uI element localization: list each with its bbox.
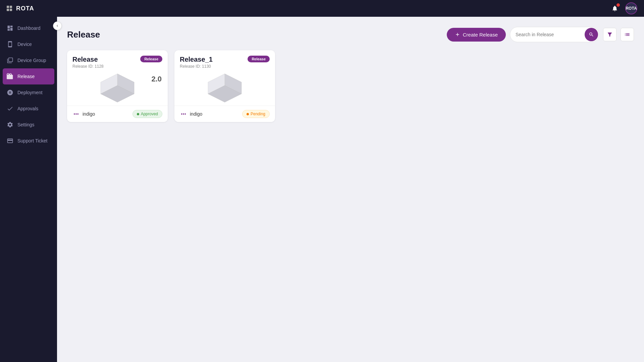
status-text-2: Pending bbox=[251, 112, 265, 116]
status-badge-2: Pending bbox=[242, 110, 270, 118]
dots-icon-2 bbox=[180, 111, 186, 117]
plus-icon bbox=[455, 32, 460, 37]
status-dot-1 bbox=[137, 113, 139, 115]
card-user-name-1: indigo bbox=[83, 111, 95, 117]
content-area: Release Create Release bbox=[57, 17, 644, 362]
sidebar-label-settings: Settings bbox=[17, 122, 35, 127]
sidebar-label-dashboard: Dashboard bbox=[17, 25, 41, 31]
device-group-icon bbox=[7, 57, 13, 64]
app-logo: ROTA bbox=[16, 5, 34, 12]
release-card-1[interactable]: Release Release ID: 1128 Release bbox=[67, 50, 168, 122]
dashboard-icon bbox=[7, 25, 13, 32]
sidebar-item-support-ticket[interactable]: Support Ticket bbox=[0, 133, 57, 149]
sidebar-item-dashboard[interactable]: Dashboard bbox=[0, 20, 57, 36]
search-bar bbox=[510, 27, 599, 42]
topbar-right: ROTA bbox=[609, 2, 637, 14]
sidebar-item-settings[interactable]: Settings bbox=[0, 117, 57, 133]
card-bottom-2: indigo Pending bbox=[174, 106, 275, 122]
support-icon bbox=[7, 137, 13, 144]
settings-icon bbox=[7, 121, 13, 128]
sidebar-label-device-group: Device Group bbox=[17, 58, 46, 63]
svg-point-9 bbox=[181, 113, 182, 115]
sidebar-label-deployment: Deployment bbox=[17, 90, 43, 95]
sidebar-item-deployment[interactable]: Deployment bbox=[0, 84, 57, 101]
sidebar-item-device-group[interactable]: Device Group bbox=[0, 52, 57, 68]
sidebar-item-release[interactable]: Release bbox=[3, 68, 54, 84]
sidebar: Dashboard Device Device Group Release bbox=[0, 17, 57, 362]
search-button[interactable] bbox=[585, 28, 598, 41]
search-icon bbox=[589, 32, 594, 37]
version-label-1: 2.0 bbox=[151, 75, 162, 83]
avatar[interactable]: ROTA bbox=[625, 2, 637, 14]
create-release-button[interactable]: Create Release bbox=[447, 28, 506, 42]
device-icon bbox=[7, 41, 13, 48]
sidebar-label-release: Release bbox=[17, 74, 35, 79]
sidebar-label-support-ticket: Support Ticket bbox=[17, 138, 48, 143]
status-text-1: Approved bbox=[141, 112, 158, 116]
topbar: ROTA ROTA bbox=[0, 0, 644, 17]
box-container-2 bbox=[174, 69, 275, 106]
svg-point-5 bbox=[77, 113, 78, 115]
card-visual-1: 2.0 bbox=[67, 69, 168, 106]
release-card-2[interactable]: Release_1 Release ID: 1130 Release bbox=[174, 50, 275, 122]
box-container-1: 2.0 bbox=[67, 69, 168, 106]
main-layout: Dashboard Device Device Group Release bbox=[0, 17, 644, 362]
sidebar-item-approvals[interactable]: Approvals bbox=[0, 101, 57, 117]
card-user-1: indigo bbox=[72, 110, 95, 118]
dots-icon-1 bbox=[73, 111, 79, 117]
card-visual-2 bbox=[174, 69, 275, 106]
cards-grid: Release Release ID: 1128 Release bbox=[67, 50, 634, 122]
approvals-icon bbox=[7, 105, 13, 112]
sidebar-label-device: Device bbox=[17, 42, 32, 47]
release-icon bbox=[7, 73, 13, 80]
grid-icon bbox=[7, 6, 12, 11]
filter-icon bbox=[607, 32, 613, 38]
svg-point-10 bbox=[183, 113, 184, 115]
card-top-2: Release_1 Release ID: 1130 Release bbox=[174, 50, 275, 69]
page-title: Release bbox=[67, 29, 100, 40]
notification-button[interactable] bbox=[609, 3, 621, 14]
deployment-icon bbox=[7, 89, 13, 96]
list-icon bbox=[624, 32, 630, 38]
filter-button[interactable] bbox=[603, 28, 616, 41]
card-badge-1: Release bbox=[140, 56, 162, 62]
sidebar-toggle[interactable] bbox=[53, 21, 62, 30]
header-actions: Create Release bbox=[447, 27, 634, 42]
card-info-1: Release Release ID: 1128 bbox=[72, 56, 104, 69]
card-info-2: Release_1 Release ID: 1130 bbox=[180, 56, 213, 69]
3d-box-icon-1 bbox=[91, 70, 144, 104]
chevron-left-icon bbox=[55, 24, 59, 28]
card-id-1: Release ID: 1128 bbox=[72, 64, 104, 69]
svg-point-4 bbox=[75, 113, 77, 115]
search-input[interactable] bbox=[510, 28, 584, 41]
card-id-2: Release ID: 1130 bbox=[180, 64, 213, 69]
content-header: Release Create Release bbox=[67, 27, 634, 42]
card-badge-2: Release bbox=[248, 56, 270, 62]
svg-point-3 bbox=[74, 113, 75, 115]
create-button-label: Create Release bbox=[463, 32, 498, 38]
card-title-1: Release bbox=[72, 56, 104, 63]
user-dots-icon-2 bbox=[180, 110, 187, 118]
card-title-2: Release_1 bbox=[180, 56, 213, 63]
topbar-left: ROTA bbox=[7, 5, 34, 12]
svg-point-11 bbox=[184, 113, 186, 115]
card-user-name-2: indigo bbox=[190, 111, 202, 117]
list-view-button[interactable] bbox=[621, 28, 634, 41]
status-badge-1: Approved bbox=[132, 110, 162, 118]
sidebar-item-device[interactable]: Device bbox=[0, 36, 57, 52]
card-top-1: Release Release ID: 1128 Release bbox=[67, 50, 168, 69]
notification-badge bbox=[616, 3, 620, 7]
sidebar-label-approvals: Approvals bbox=[17, 106, 38, 111]
user-dots-icon-1 bbox=[72, 110, 80, 118]
status-dot-2 bbox=[247, 113, 249, 115]
card-user-2: indigo bbox=[180, 110, 202, 118]
card-bottom-1: indigo Approved bbox=[67, 106, 168, 122]
3d-box-icon-2 bbox=[198, 70, 252, 104]
